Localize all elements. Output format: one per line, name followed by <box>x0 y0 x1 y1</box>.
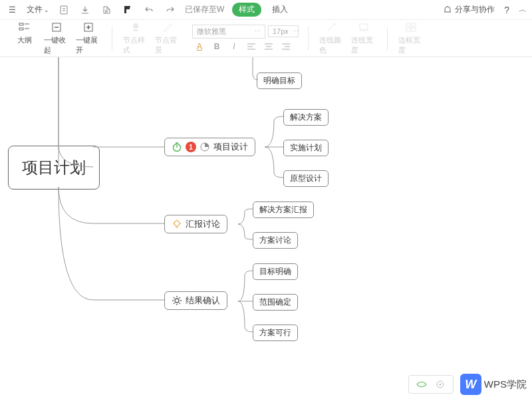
svg-rect-28 <box>412 28 416 31</box>
file-menu[interactable]: 文件 ⌄ <box>27 4 49 15</box>
collapse-panel-icon[interactable]: ︿ <box>519 4 527 15</box>
svg-point-40 <box>439 384 441 386</box>
connector-width-button[interactable]: 连线宽度 <box>351 21 376 55</box>
leaf-node[interactable]: 范围确定 <box>253 294 298 311</box>
leaf-node[interactable]: 原型设计 <box>283 170 329 187</box>
toolbar-divider <box>308 27 309 51</box>
leaf-node[interactable]: 明确目标 <box>257 72 302 89</box>
node-bg-icon <box>161 21 174 33</box>
connector-color-icon <box>325 21 338 33</box>
leaf-label: 方案讨论 <box>259 235 291 246</box>
gear-icon <box>172 295 182 306</box>
logo-text: WPS学院 <box>484 378 527 391</box>
branch-node[interactable]: 1 项目设计 <box>164 138 255 156</box>
bottom-controls: W WPS学院 <box>408 374 527 395</box>
leaf-node[interactable]: 方案讨论 <box>253 232 298 249</box>
collapse-label: 一键收起 <box>44 35 69 55</box>
toolbar-divider <box>112 27 112 51</box>
leaf-label: 方案可行 <box>259 327 291 338</box>
outline-icon <box>18 21 31 33</box>
file-menu-label: 文件 <box>27 4 43 15</box>
collapse-icon <box>50 21 63 33</box>
align-right-button[interactable] <box>280 41 292 53</box>
insert-tab[interactable]: 插入 <box>272 4 288 15</box>
redo-icon[interactable] <box>164 3 177 17</box>
share-label: 分享与协作 <box>455 4 495 15</box>
branch-label: 结果确认 <box>186 295 220 307</box>
chevron-down-icon: ⋯ <box>255 28 261 35</box>
style-tab[interactable]: 样式 <box>232 3 261 17</box>
node-bg-button[interactable]: 节点背景 <box>155 21 180 55</box>
svg-rect-4 <box>19 23 23 25</box>
leaf-label: 范围确定 <box>259 297 291 308</box>
expand-icon <box>82 21 95 33</box>
border-width-button[interactable]: 边框宽度 <box>398 21 424 55</box>
svg-rect-3 <box>124 6 130 7</box>
chevron-down-icon: ⌄ <box>44 7 49 13</box>
connector-width-icon <box>357 21 370 33</box>
node-style-icon <box>129 21 142 33</box>
branch-node[interactable]: 汇报讨论 <box>164 215 227 233</box>
top-menu-bar: ☰ 文件 ⌄ 已保存至W 样式 插入 分享与协作 ? ︿ <box>0 0 532 20</box>
lightbulb-icon <box>172 219 182 229</box>
hamburger-icon[interactable]: ☰ <box>5 3 19 17</box>
svg-rect-0 <box>61 6 67 14</box>
leaf-node[interactable]: 解决方案汇报 <box>253 201 314 218</box>
priority-badge: 1 <box>186 142 196 152</box>
format-brush-icon[interactable] <box>121 3 134 17</box>
help-button[interactable]: ? <box>504 5 509 15</box>
align-left-button[interactable] <box>245 41 257 53</box>
leaf-label: 原型设计 <box>290 173 322 184</box>
branch-label: 汇报讨论 <box>186 218 220 230</box>
eye-icon[interactable] <box>416 378 428 390</box>
pie-icon <box>200 142 210 152</box>
border-width-icon <box>404 21 418 33</box>
new-doc-icon[interactable] <box>57 3 70 17</box>
font-family-select[interactable]: 微软雅黑⋯ <box>192 25 265 39</box>
svg-rect-27 <box>406 28 410 31</box>
connector-width-label: 连线宽度 <box>351 35 376 55</box>
leaf-node[interactable]: 解决方案 <box>283 109 329 126</box>
leaf-label: 解决方案汇报 <box>259 204 307 215</box>
expand-all-button[interactable]: 一键展开 <box>76 21 101 55</box>
font-color-button[interactable]: A <box>194 41 205 53</box>
italic-button[interactable]: I <box>228 41 240 53</box>
import-icon[interactable] <box>100 3 113 17</box>
undo-icon[interactable] <box>142 3 156 17</box>
node-style-button[interactable]: 节点样式 <box>123 21 148 55</box>
node-bg-label: 节点背景 <box>155 35 180 55</box>
expand-label: 一键展开 <box>76 35 101 55</box>
leaf-node[interactable]: 方案可行 <box>253 325 298 341</box>
align-center-button[interactable] <box>263 41 275 53</box>
svg-rect-6 <box>19 28 23 30</box>
node-style-label: 节点样式 <box>123 35 148 55</box>
svg-point-13 <box>133 23 138 29</box>
svg-point-38 <box>175 299 179 303</box>
logo-mark: W <box>460 374 481 395</box>
outline-button[interactable]: 大纲 <box>12 21 37 45</box>
root-label: 项目计划 <box>22 157 86 178</box>
svg-rect-26 <box>412 23 416 27</box>
connector-color-label: 连线颜色 <box>319 35 344 55</box>
leaf-label: 解决方案 <box>290 112 322 123</box>
leaf-label: 明确目标 <box>263 75 295 86</box>
svg-rect-25 <box>406 23 410 27</box>
download-icon[interactable] <box>78 3 92 17</box>
branch-node[interactable]: 结果确认 <box>164 291 227 310</box>
connector-color-button[interactable]: 连线颜色 <box>319 21 344 55</box>
mindmap-canvas[interactable]: 项目计划 明确目标 1 项目设计 解决方案 实施计划 原型设计 汇报讨论 解决方… <box>0 57 532 399</box>
leaf-node[interactable]: 目标明确 <box>253 263 298 280</box>
share-button[interactable]: 分享与协作 <box>443 4 495 15</box>
root-node[interactable]: 项目计划 <box>8 146 100 190</box>
border-width-label: 边框宽度 <box>398 35 424 55</box>
chevron-down-icon: ⋯ <box>293 28 299 35</box>
svg-rect-23 <box>360 24 368 29</box>
collapse-all-button[interactable]: 一键收起 <box>44 21 69 55</box>
bold-button[interactable]: B <box>211 41 223 53</box>
leaf-label: 目标明确 <box>259 266 291 277</box>
wps-logo: W WPS学院 <box>460 374 527 395</box>
formatting-toolbar: 大纲 一键收起 一键展开 节点样式 节点背景 微软雅黑⋯ 17px⋯ A B I <box>0 20 532 57</box>
leaf-node[interactable]: 实施计划 <box>283 140 329 156</box>
font-size-select[interactable]: 17px⋯ <box>268 25 299 37</box>
fit-icon[interactable] <box>434 378 446 390</box>
